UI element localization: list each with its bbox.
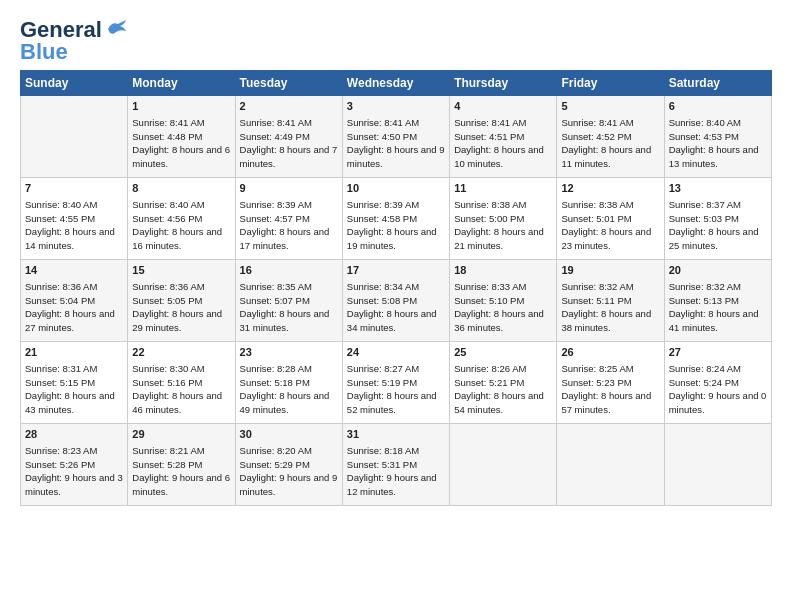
cell-content: 20Sunrise: 8:32 AMSunset: 5:13 PMDayligh… [669,263,767,335]
sunrise-text: Sunrise: 8:38 AM [454,199,526,210]
daylight-text: Daylight: 8 hours and 11 minutes. [561,144,651,169]
cell-content: 29Sunrise: 8:21 AMSunset: 5:28 PMDayligh… [132,427,230,499]
logo: General Blue [20,18,128,62]
daylight-text: Daylight: 8 hours and 10 minutes. [454,144,544,169]
sunset-text: Sunset: 5:28 PM [132,459,202,470]
cell-content: 27Sunrise: 8:24 AMSunset: 5:24 PMDayligh… [669,345,767,417]
day-number: 14 [25,263,123,279]
cell-content: 22Sunrise: 8:30 AMSunset: 5:16 PMDayligh… [132,345,230,417]
sunset-text: Sunset: 5:01 PM [561,213,631,224]
daylight-text: Daylight: 8 hours and 13 minutes. [669,144,759,169]
cell-content: 24Sunrise: 8:27 AMSunset: 5:19 PMDayligh… [347,345,445,417]
day-number: 4 [454,99,552,115]
day-number: 29 [132,427,230,443]
weekday-header-sunday: Sunday [21,70,128,95]
cell-content: 25Sunrise: 8:26 AMSunset: 5:21 PMDayligh… [454,345,552,417]
daylight-text: Daylight: 8 hours and 7 minutes. [240,144,338,169]
daylight-text: Daylight: 8 hours and 14 minutes. [25,226,115,251]
calendar-cell: 28Sunrise: 8:23 AMSunset: 5:26 PMDayligh… [21,423,128,505]
daylight-text: Daylight: 8 hours and 49 minutes. [240,390,330,415]
day-number: 21 [25,345,123,361]
cell-content: 30Sunrise: 8:20 AMSunset: 5:29 PMDayligh… [240,427,338,499]
sunrise-text: Sunrise: 8:32 AM [561,281,633,292]
cell-content: 17Sunrise: 8:34 AMSunset: 5:08 PMDayligh… [347,263,445,335]
sunset-text: Sunset: 5:08 PM [347,295,417,306]
calendar-cell: 15Sunrise: 8:36 AMSunset: 5:05 PMDayligh… [128,259,235,341]
page: General Blue SundayMondayTuesdayWednesda… [0,0,792,612]
cell-content: 1Sunrise: 8:41 AMSunset: 4:48 PMDaylight… [132,99,230,171]
daylight-text: Daylight: 8 hours and 9 minutes. [347,144,445,169]
weekday-header-friday: Friday [557,70,664,95]
calendar-row: 28Sunrise: 8:23 AMSunset: 5:26 PMDayligh… [21,423,772,505]
calendar-cell: 16Sunrise: 8:35 AMSunset: 5:07 PMDayligh… [235,259,342,341]
calendar-cell: 14Sunrise: 8:36 AMSunset: 5:04 PMDayligh… [21,259,128,341]
calendar-cell: 10Sunrise: 8:39 AMSunset: 4:58 PMDayligh… [342,177,449,259]
day-number: 22 [132,345,230,361]
cell-content: 6Sunrise: 8:40 AMSunset: 4:53 PMDaylight… [669,99,767,171]
sunrise-text: Sunrise: 8:21 AM [132,445,204,456]
sunrise-text: Sunrise: 8:31 AM [25,363,97,374]
sunset-text: Sunset: 5:10 PM [454,295,524,306]
cell-content: 23Sunrise: 8:28 AMSunset: 5:18 PMDayligh… [240,345,338,417]
sunrise-text: Sunrise: 8:40 AM [669,117,741,128]
calendar-cell: 4Sunrise: 8:41 AMSunset: 4:51 PMDaylight… [450,95,557,177]
day-number: 16 [240,263,338,279]
calendar-cell: 27Sunrise: 8:24 AMSunset: 5:24 PMDayligh… [664,341,771,423]
cell-content: 28Sunrise: 8:23 AMSunset: 5:26 PMDayligh… [25,427,123,499]
calendar-cell: 31Sunrise: 8:18 AMSunset: 5:31 PMDayligh… [342,423,449,505]
sunset-text: Sunset: 4:53 PM [669,131,739,142]
header-row: SundayMondayTuesdayWednesdayThursdayFrid… [21,70,772,95]
sunset-text: Sunset: 5:29 PM [240,459,310,470]
calendar-row: 1Sunrise: 8:41 AMSunset: 4:48 PMDaylight… [21,95,772,177]
sunrise-text: Sunrise: 8:40 AM [132,199,204,210]
calendar-row: 7Sunrise: 8:40 AMSunset: 4:55 PMDaylight… [21,177,772,259]
sunrise-text: Sunrise: 8:41 AM [240,117,312,128]
sunrise-text: Sunrise: 8:41 AM [347,117,419,128]
daylight-text: Daylight: 8 hours and 43 minutes. [25,390,115,415]
sunrise-text: Sunrise: 8:27 AM [347,363,419,374]
sunset-text: Sunset: 5:31 PM [347,459,417,470]
daylight-text: Daylight: 8 hours and 25 minutes. [669,226,759,251]
bird-icon [106,19,128,37]
calendar-cell: 3Sunrise: 8:41 AMSunset: 4:50 PMDaylight… [342,95,449,177]
sunset-text: Sunset: 5:07 PM [240,295,310,306]
cell-content: 4Sunrise: 8:41 AMSunset: 4:51 PMDaylight… [454,99,552,171]
cell-content: 7Sunrise: 8:40 AMSunset: 4:55 PMDaylight… [25,181,123,253]
cell-content: 2Sunrise: 8:41 AMSunset: 4:49 PMDaylight… [240,99,338,171]
calendar-cell: 25Sunrise: 8:26 AMSunset: 5:21 PMDayligh… [450,341,557,423]
daylight-text: Daylight: 8 hours and 54 minutes. [454,390,544,415]
cell-content: 16Sunrise: 8:35 AMSunset: 5:07 PMDayligh… [240,263,338,335]
day-number: 3 [347,99,445,115]
calendar-cell: 7Sunrise: 8:40 AMSunset: 4:55 PMDaylight… [21,177,128,259]
calendar-cell: 24Sunrise: 8:27 AMSunset: 5:19 PMDayligh… [342,341,449,423]
cell-content: 31Sunrise: 8:18 AMSunset: 5:31 PMDayligh… [347,427,445,499]
calendar-cell [450,423,557,505]
sunrise-text: Sunrise: 8:30 AM [132,363,204,374]
cell-content: 5Sunrise: 8:41 AMSunset: 4:52 PMDaylight… [561,99,659,171]
calendar-row: 14Sunrise: 8:36 AMSunset: 5:04 PMDayligh… [21,259,772,341]
sunset-text: Sunset: 5:21 PM [454,377,524,388]
sunset-text: Sunset: 4:50 PM [347,131,417,142]
calendar-cell: 29Sunrise: 8:21 AMSunset: 5:28 PMDayligh… [128,423,235,505]
sunrise-text: Sunrise: 8:34 AM [347,281,419,292]
cell-content: 3Sunrise: 8:41 AMSunset: 4:50 PMDaylight… [347,99,445,171]
daylight-text: Daylight: 8 hours and 52 minutes. [347,390,437,415]
calendar-cell: 8Sunrise: 8:40 AMSunset: 4:56 PMDaylight… [128,177,235,259]
calendar-cell: 20Sunrise: 8:32 AMSunset: 5:13 PMDayligh… [664,259,771,341]
daylight-text: Daylight: 8 hours and 27 minutes. [25,308,115,333]
sunset-text: Sunset: 5:03 PM [669,213,739,224]
daylight-text: Daylight: 9 hours and 9 minutes. [240,472,338,497]
calendar-cell: 12Sunrise: 8:38 AMSunset: 5:01 PMDayligh… [557,177,664,259]
daylight-text: Daylight: 9 hours and 0 minutes. [669,390,767,415]
daylight-text: Daylight: 8 hours and 23 minutes. [561,226,651,251]
daylight-text: Daylight: 9 hours and 12 minutes. [347,472,437,497]
daylight-text: Daylight: 8 hours and 29 minutes. [132,308,222,333]
calendar-cell: 6Sunrise: 8:40 AMSunset: 4:53 PMDaylight… [664,95,771,177]
sunrise-text: Sunrise: 8:33 AM [454,281,526,292]
sunrise-text: Sunrise: 8:32 AM [669,281,741,292]
sunset-text: Sunset: 5:24 PM [669,377,739,388]
sunset-text: Sunset: 5:26 PM [25,459,95,470]
day-number: 11 [454,181,552,197]
sunset-text: Sunset: 4:49 PM [240,131,310,142]
sunrise-text: Sunrise: 8:20 AM [240,445,312,456]
